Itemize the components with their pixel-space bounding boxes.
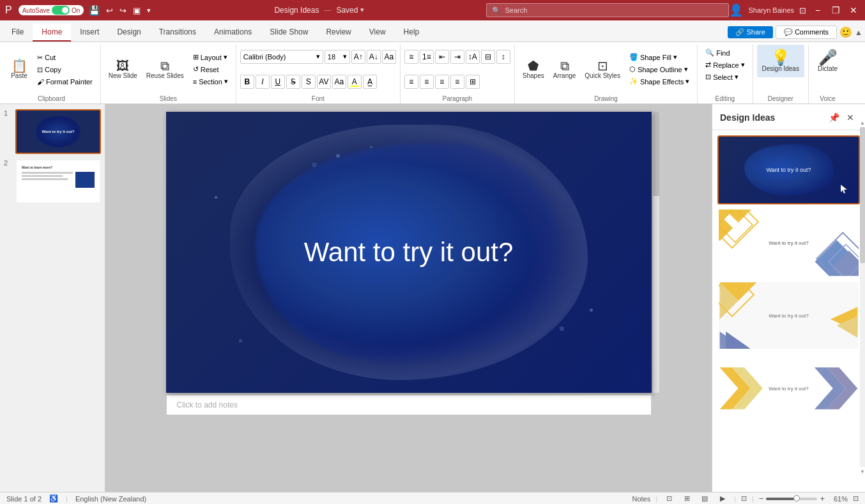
italic-button[interactable]: I: [256, 75, 270, 89]
canvas-scrollbar[interactable]: [653, 112, 659, 393]
arrange-button[interactable]: ⧉ Arrange: [549, 57, 580, 82]
autosave-dropdown[interactable]: ▾: [360, 6, 364, 15]
slide-canvas[interactable]: Want to try it out?: [166, 112, 652, 393]
shape-fill-button[interactable]: 🪣 Shape Fill ▾: [625, 52, 693, 63]
tab-design[interactable]: Design: [108, 24, 149, 42]
comments-button[interactable]: 💬 Comments: [776, 26, 837, 39]
autosave-toggle[interactable]: [52, 6, 70, 15]
pin-panel-button[interactable]: 📌: [827, 111, 841, 125]
collapse-ribbon-icon[interactable]: ▲: [855, 28, 862, 37]
tab-transitions[interactable]: Transitions: [150, 24, 205, 42]
zoom-slider[interactable]: − +: [759, 494, 825, 503]
decrease-indent-button[interactable]: ⇤: [435, 50, 449, 64]
accessibility-check-icon[interactable]: ⊡: [741, 494, 747, 503]
bullet-list-button[interactable]: ≡: [404, 50, 418, 64]
shadow-button[interactable]: S: [302, 75, 316, 89]
clear-format-button[interactable]: Aa: [382, 50, 396, 64]
replace-button[interactable]: ⇄ Replace ▾: [701, 59, 748, 70]
tab-help[interactable]: Help: [395, 24, 429, 42]
restore-button[interactable]: ❐: [829, 4, 842, 17]
customize-icon[interactable]: ▾: [147, 6, 151, 15]
font-color-button[interactable]: A: [348, 75, 362, 89]
format-painter-button[interactable]: 🖌 Format Painter: [33, 77, 96, 87]
dictate-button[interactable]: 🎤 Dictate: [813, 45, 843, 77]
section-button[interactable]: ≡ Section ▾: [189, 76, 232, 87]
copy-button[interactable]: ⊡ Copy: [33, 65, 96, 75]
numbered-list-button[interactable]: 1≡: [420, 50, 434, 64]
increase-indent-button[interactable]: ⇥: [450, 50, 464, 64]
slide-thumb-2[interactable]: 2 Want to learn more?: [4, 159, 101, 204]
fit-slide-icon[interactable]: ⊡: [853, 494, 859, 503]
align-right-button[interactable]: ≡: [435, 75, 449, 89]
undo-icon[interactable]: ↩: [106, 6, 113, 15]
language[interactable]: English (New Zealand): [75, 495, 146, 503]
change-case-button[interactable]: Aa: [332, 75, 346, 89]
save-icon[interactable]: 💾: [89, 5, 100, 15]
layout-button[interactable]: ⊞ Layout ▾: [189, 52, 232, 63]
cut-button[interactable]: ✂ Cut: [33, 52, 96, 63]
normal-view-button[interactable]: ⊡: [662, 494, 675, 504]
accessibility-icon[interactable]: ♿: [49, 494, 58, 503]
tab-animations[interactable]: Animations: [205, 24, 261, 42]
zoom-out-icon[interactable]: −: [759, 494, 764, 503]
redo-icon[interactable]: ↪: [119, 6, 126, 15]
text-direction-button[interactable]: ↕A: [466, 50, 480, 64]
select-button[interactable]: ⊡ Select ▾: [701, 72, 748, 82]
design-panel-scrollbar[interactable]: ▲ ▼: [860, 118, 865, 476]
design-card-2[interactable]: Want to try it out?: [717, 208, 860, 277]
design-card-1[interactable]: Want to try it out?: [717, 135, 860, 204]
present-icon[interactable]: ▣: [133, 6, 141, 15]
quick-styles-button[interactable]: ⊡ Quick Styles: [581, 57, 624, 82]
more-para-button[interactable]: ⊞: [466, 75, 480, 89]
align-center-button[interactable]: ≡: [420, 75, 434, 89]
design-card-3[interactable]: Want to try it out?: [717, 281, 860, 350]
font-shrink-button[interactable]: A↓: [367, 50, 381, 64]
design-ideas-button[interactable]: 💡 Design Ideas: [757, 45, 804, 77]
notes-bar[interactable]: Click to add notes: [166, 395, 652, 415]
presentation-mode-icon[interactable]: ⊡: [799, 6, 806, 15]
tab-view[interactable]: View: [360, 24, 395, 42]
share-button[interactable]: 🔗 Share: [728, 26, 772, 38]
slide-sorter-button[interactable]: ⊞: [680, 494, 693, 504]
user-avatar[interactable]: 👤: [729, 3, 743, 17]
smiley-icon[interactable]: 🙂: [839, 26, 852, 38]
find-button[interactable]: 🔍 Find: [701, 47, 748, 58]
notes-button[interactable]: Notes: [632, 495, 650, 503]
design-card-4[interactable]: Want to try it out?: [717, 354, 860, 423]
reset-button[interactable]: ↺ Reset: [189, 64, 232, 75]
zoom-track[interactable]: [766, 498, 817, 500]
tab-file[interactable]: File: [3, 24, 33, 42]
highlight-button[interactable]: A̲: [363, 75, 377, 89]
reuse-slides-button[interactable]: ⧉ Reuse Slides: [142, 57, 188, 82]
slide-img-1[interactable]: Want to try it out?: [15, 109, 101, 154]
font-size-selector[interactable]: 18 ▾: [325, 50, 350, 64]
paste-button[interactable]: 📋 Paste: [6, 57, 32, 82]
autosave-badge[interactable]: AutoSave On: [19, 5, 84, 15]
new-slide-button[interactable]: 🖼 New Slide: [105, 57, 141, 82]
close-button[interactable]: ✕: [847, 4, 860, 17]
font-grow-button[interactable]: A↑: [351, 50, 365, 64]
shape-effects-button[interactable]: ✨ Shape Effects ▾: [625, 76, 693, 87]
close-panel-button[interactable]: ✕: [843, 111, 857, 125]
search-box[interactable]: 🔍 Search: [486, 3, 729, 17]
shape-outline-button[interactable]: ⬡ Shape Outline ▾: [625, 64, 693, 75]
underline-button[interactable]: U: [271, 75, 285, 89]
line-spacing-button[interactable]: ↕: [496, 50, 510, 64]
char-spacing-button[interactable]: AV: [317, 75, 331, 89]
tab-insert[interactable]: Insert: [71, 24, 108, 42]
reading-view-button[interactable]: ▤: [698, 494, 711, 504]
align-left-button[interactable]: ≡: [404, 75, 418, 89]
justify-button[interactable]: ≡: [450, 75, 464, 89]
bold-button[interactable]: B: [240, 75, 254, 89]
tab-home[interactable]: Home: [33, 24, 71, 42]
shapes-button[interactable]: ⬟ Shapes: [519, 57, 548, 82]
slide-main-text[interactable]: Want to try it out?: [304, 237, 514, 268]
zoom-in-icon[interactable]: +: [820, 494, 825, 503]
zoom-thumb[interactable]: [793, 495, 800, 501]
columns-button[interactable]: ⊟: [481, 50, 495, 64]
tab-review[interactable]: Review: [317, 24, 360, 42]
slide-thumb-1[interactable]: 1 Want to try it out?: [4, 109, 101, 154]
font-name-selector[interactable]: Calibri (Body) ▾: [240, 50, 323, 64]
tab-slideshow[interactable]: Slide Show: [261, 24, 317, 42]
slideshow-button[interactable]: ▶: [716, 494, 729, 504]
